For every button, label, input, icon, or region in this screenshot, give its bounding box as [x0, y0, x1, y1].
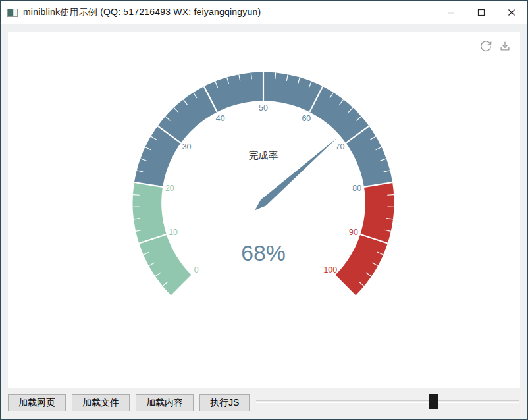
- svg-text:20: 20: [165, 184, 174, 193]
- maximize-icon: [477, 9, 485, 16]
- load-webpage-button[interactable]: 加载网页: [8, 394, 66, 411]
- app-window: miniblink使用示例 (QQ: 517216493 WX: feiyang…: [0, 0, 528, 420]
- value-slider[interactable]: [256, 388, 519, 417]
- svg-text:60: 60: [302, 114, 311, 123]
- chart-panel: 0102030405060708090100完成率68%: [8, 32, 520, 388]
- svg-text:80: 80: [352, 184, 361, 193]
- minimize-button[interactable]: [436, 1, 466, 24]
- chart-toolbox: [479, 39, 512, 54]
- svg-text:10: 10: [169, 228, 178, 237]
- webview: 0102030405060708090100完成率68%: [3, 25, 525, 388]
- svg-text:68%: 68%: [241, 240, 286, 265]
- svg-text:30: 30: [182, 142, 192, 151]
- save-as-image-icon[interactable]: [498, 39, 512, 54]
- svg-text:完成率: 完成率: [249, 150, 278, 161]
- restore-icon[interactable]: [479, 39, 493, 54]
- slider-handle[interactable]: [429, 394, 438, 409]
- svg-text:90: 90: [349, 228, 358, 237]
- svg-text:40: 40: [216, 114, 225, 123]
- close-icon: [508, 9, 515, 16]
- titlebar: miniblink使用示例 (QQ: 517216493 WX: feiyang…: [1, 1, 527, 24]
- app-icon: [7, 9, 18, 17]
- svg-text:100: 100: [323, 265, 337, 275]
- load-file-button[interactable]: 加载文件: [72, 394, 130, 411]
- maximize-button[interactable]: [466, 1, 496, 24]
- gauge-chart: 0102030405060708090100完成率68%: [8, 32, 520, 388]
- close-button[interactable]: [496, 1, 527, 24]
- svg-text:0: 0: [194, 265, 199, 275]
- load-content-button[interactable]: 加载内容: [136, 394, 194, 411]
- svg-text:50: 50: [259, 103, 268, 113]
- bottom-toolbar: 加载网页 加载文件 加载内容 执行JS: [3, 388, 525, 417]
- window-title: miniblink使用示例 (QQ: 517216493 WX: feiyang…: [23, 7, 261, 18]
- slider-track[interactable]: [256, 400, 519, 403]
- minimize-icon: [447, 9, 455, 16]
- execute-js-button[interactable]: 执行JS: [199, 394, 250, 411]
- window-controls: [436, 1, 527, 24]
- svg-text:70: 70: [336, 142, 345, 151]
